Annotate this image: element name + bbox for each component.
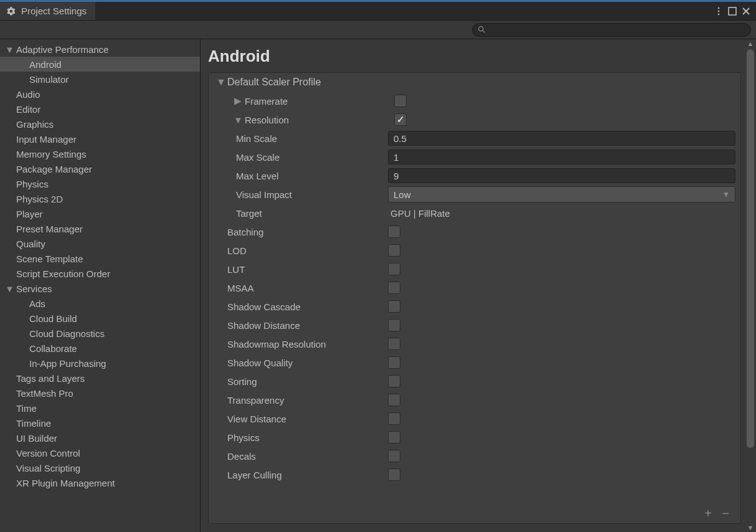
menu-icon[interactable] (714, 6, 724, 16)
lut-row: LUT (209, 260, 740, 278)
sidebar-item-label: Physics 2D (16, 194, 63, 204)
min-scale-input[interactable] (388, 131, 735, 146)
sidebar-item-label: Input Manager (16, 134, 77, 145)
sidebar-item-collaborate[interactable]: Collaborate (0, 341, 200, 356)
view-distance-checkbox[interactable] (388, 412, 400, 425)
sidebar-item-timeline[interactable]: Timeline (0, 416, 200, 430)
sidebar-item-label: Visual Scripting (16, 463, 80, 473)
sidebar-item-physics-2d[interactable]: Physics 2D (0, 191, 200, 206)
max-level-input[interactable] (388, 168, 735, 183)
sidebar-item-label: UI Builder (16, 433, 57, 444)
sidebar-item-input-manager[interactable]: Input Manager (0, 131, 200, 146)
sidebar-item-label: Android (29, 59, 62, 70)
sidebar-item-cloud-build[interactable]: Cloud Build (0, 311, 200, 326)
lut-checkbox[interactable] (388, 263, 400, 275)
transparency-row: Transparency (209, 391, 740, 409)
sidebar-item-time[interactable]: Time (0, 401, 200, 416)
sidebar-item-label: Tags and Layers (16, 373, 85, 384)
project-settings-tab[interactable]: Project Settings (0, 2, 95, 20)
visual-impact-dropdown[interactable]: Low ▼ (388, 186, 735, 202)
maximize-icon[interactable] (727, 6, 737, 16)
framerate-checkbox[interactable] (394, 95, 407, 107)
sidebar-item-label: Cloud Build (29, 313, 77, 324)
sidebar-item-label: Editor (16, 104, 40, 115)
sidebar-item-editor[interactable]: Editor (0, 102, 200, 116)
settings-sidebar[interactable]: ▼Adaptive PerformanceAndroidSimulatorAud… (0, 39, 201, 532)
scroll-up-arrow[interactable]: ▲ (745, 39, 756, 48)
sidebar-item-package-manager[interactable]: Package Manager (0, 161, 200, 176)
sidebar-item-ads[interactable]: Ads (0, 296, 200, 311)
sidebar-item-visual-scripting[interactable]: Visual Scripting (0, 460, 200, 475)
sidebar-item-label: Scene Template (16, 254, 83, 264)
max-level-row: Max Level (209, 166, 740, 185)
sidebar-item-xr-plugin-management[interactable]: XR Plugin Management (0, 475, 200, 490)
chevron-down-icon[interactable]: ▼ (234, 115, 242, 125)
sidebar-item-in-app-purchasing[interactable]: In-App Purchasing (0, 356, 200, 371)
shadow-quality-row: Shadow Quality (209, 353, 740, 372)
add-button[interactable]: + (701, 507, 716, 520)
max-scale-input[interactable] (388, 150, 735, 164)
sidebar-item-textmesh-pro[interactable]: TextMesh Pro (0, 386, 200, 401)
sidebar-item-player[interactable]: Player (0, 206, 200, 221)
sidebar-item-label: Quality (16, 239, 45, 249)
sorting-checkbox[interactable] (388, 375, 400, 387)
shadow-cascade-label: Shadow Cascade (227, 302, 388, 312)
physics-label: Physics (227, 432, 388, 443)
tab-bar: Project Settings (0, 2, 756, 21)
visual-impact-value: Low (394, 189, 411, 200)
sidebar-item-scene-template[interactable]: Scene Template (0, 251, 200, 266)
page-title: Android (201, 39, 745, 72)
sidebar-item-android[interactable]: Android (0, 57, 200, 72)
search-input[interactable] (472, 23, 751, 37)
sidebar-item-ui-builder[interactable]: UI Builder (0, 430, 200, 445)
shadowmap-resolution-checkbox[interactable] (388, 338, 400, 350)
sidebar-item-label: Player (16, 209, 43, 219)
msaa-checkbox[interactable] (388, 282, 400, 294)
decals-checkbox[interactable] (388, 450, 400, 462)
default-scaler-profile-header[interactable]: ▼ Default Scaler Profile (209, 73, 740, 92)
sidebar-item-adaptive-performance[interactable]: ▼Adaptive Performance (0, 42, 200, 57)
shadow-quality-checkbox[interactable] (388, 356, 400, 369)
shadow-distance-checkbox[interactable] (388, 319, 400, 331)
sidebar-item-preset-manager[interactable]: Preset Manager (0, 221, 200, 236)
sidebar-item-label: Cloud Diagnostics (29, 328, 105, 339)
sidebar-item-memory-settings[interactable]: Memory Settings (0, 146, 200, 161)
section-header-label: Default Scaler Profile (227, 77, 321, 88)
shadow-cascade-checkbox[interactable] (388, 300, 400, 313)
framerate-row: ▶ Framerate (209, 92, 740, 110)
scroll-down-arrow[interactable]: ▼ (745, 523, 756, 532)
sorting-row: Sorting (209, 372, 740, 391)
sidebar-item-tags-and-layers[interactable]: Tags and Layers (0, 371, 200, 386)
scrollbar[interactable]: ▲ ▼ (745, 39, 756, 532)
sidebar-item-label: Services (16, 283, 52, 294)
sidebar-item-audio[interactable]: Audio (0, 87, 200, 102)
remove-button[interactable]: − (718, 507, 733, 520)
sidebar-item-script-execution-order[interactable]: Script Execution Order (0, 266, 200, 281)
physics-checkbox[interactable] (388, 431, 400, 444)
sidebar-item-physics[interactable]: Physics (0, 176, 200, 191)
physics-row: Physics (209, 428, 740, 447)
sidebar-item-label: Ads (29, 298, 45, 309)
shadow-cascade-row: Shadow Cascade (209, 297, 740, 316)
sidebar-item-cloud-diagnostics[interactable]: Cloud Diagnostics (0, 326, 200, 341)
resolution-checkbox[interactable] (394, 113, 407, 126)
sidebar-item-quality[interactable]: Quality (0, 236, 200, 251)
layer-culling-checkbox[interactable] (388, 468, 400, 481)
chevron-right-icon[interactable]: ▶ (234, 95, 242, 107)
close-icon[interactable] (741, 6, 751, 16)
search-icon (478, 26, 486, 34)
sidebar-item-simulator[interactable]: Simulator (0, 72, 200, 87)
visual-impact-row: Visual Impact Low ▼ (209, 185, 740, 204)
profile-list-buttons: + − (701, 507, 733, 520)
transparency-checkbox[interactable] (388, 394, 400, 406)
sidebar-item-graphics[interactable]: Graphics (0, 116, 200, 131)
sidebar-item-label: Package Manager (16, 164, 92, 174)
batching-row: Batching (209, 222, 740, 241)
batching-checkbox[interactable] (388, 226, 400, 238)
sidebar-item-version-control[interactable]: Version Control (0, 445, 200, 460)
sidebar-item-label: Simulator (29, 74, 69, 85)
lod-checkbox[interactable] (388, 244, 400, 257)
lod-row: LOD (209, 241, 740, 260)
scrollbar-thumb[interactable] (747, 49, 754, 448)
sidebar-item-services[interactable]: ▼Services (0, 281, 200, 296)
